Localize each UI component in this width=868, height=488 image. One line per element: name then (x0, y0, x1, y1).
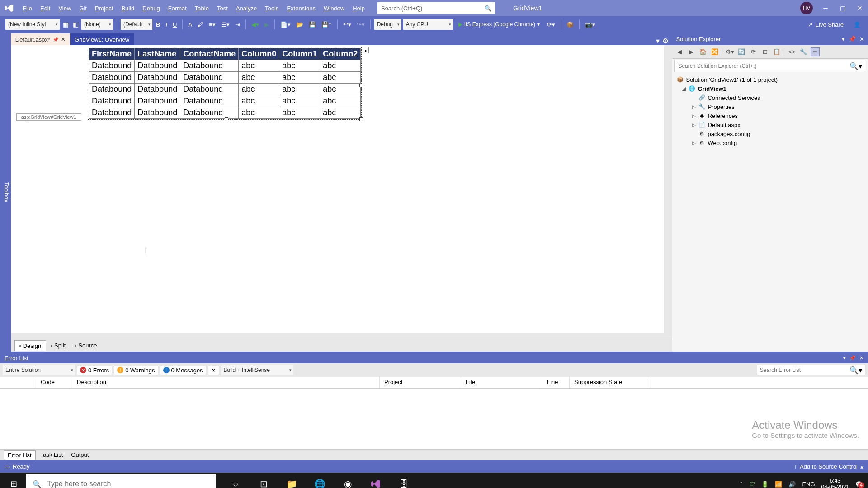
designer-surface[interactable]: asp:GridView#GridView1 FirstNameLastName… (11, 45, 673, 339)
minimize-button[interactable]: ─ (821, 4, 830, 13)
error-column-header[interactable]: Project (380, 377, 461, 388)
panel-pin-icon[interactable]: 📌 (849, 355, 856, 361)
refresh-button[interactable]: ⟳▾ (545, 20, 557, 29)
maximize-button[interactable]: ▢ (838, 4, 847, 13)
error-column-header[interactable] (0, 377, 36, 388)
grid-header[interactable]: Column0 (239, 48, 279, 60)
menu-file[interactable]: File (19, 3, 36, 14)
nav-fwd-button[interactable]: ▶ (263, 20, 271, 29)
build-combo[interactable]: Build + IntelliSense (221, 365, 293, 375)
menu-extensions[interactable]: Extensions (283, 3, 319, 14)
panel-tab-output[interactable]: Output (67, 450, 92, 459)
expand-arrow-icon[interactable]: ▷ (692, 104, 698, 109)
solution-tree[interactable]: 📦 Solution 'GridView1' (1 of 1 project) … (672, 73, 868, 352)
run-button[interactable]: ▶ IIS Express (Google Chrome) ▾ (455, 20, 543, 28)
save-all-button[interactable]: 💾⁺ (320, 20, 334, 29)
edge-icon[interactable]: 🌐 (306, 473, 334, 488)
grid-header[interactable]: Column1 (279, 48, 320, 60)
chevron-up-icon[interactable]: ▴ (860, 463, 863, 470)
start-button[interactable]: ⊞ (1, 473, 26, 488)
redo-button[interactable]: ↷▾ (355, 20, 367, 29)
toolbox-tab[interactable]: Toolbox (0, 33, 11, 352)
undo-button[interactable]: ↶▾ (341, 20, 353, 29)
solution-node[interactable]: 📦 Solution 'GridView1' (1 of 1 project) (672, 75, 868, 84)
close-icon[interactable]: ✕ (61, 36, 66, 42)
collapse-arrow-icon[interactable]: ◢ (682, 86, 688, 91)
open-button[interactable]: 📂 (294, 20, 305, 29)
sql-icon[interactable]: 🗄 (390, 473, 418, 488)
grid-header[interactable]: FirstName (89, 48, 135, 60)
panel-dropdown-icon[interactable]: ▾ (842, 36, 845, 42)
wifi-icon[interactable]: 📶 (775, 481, 782, 488)
file-explorer-icon[interactable]: 📁 (278, 473, 306, 488)
menu-help[interactable]: Help (349, 3, 368, 14)
style-icon-1[interactable]: ▦ (61, 20, 70, 28)
expand-arrow-icon[interactable]: ▷ (692, 113, 698, 118)
tree-item[interactable]: ▷◆References (672, 111, 868, 120)
switch-view-icon[interactable]: 🔀 (710, 47, 719, 56)
v-scrollbar[interactable] (664, 45, 672, 339)
config-combo[interactable]: Debug (374, 19, 401, 30)
expand-arrow-icon[interactable]: ▷ (692, 122, 698, 127)
language-indicator[interactable]: ENG (802, 481, 815, 488)
messages-filter[interactable]: i 0 Messages (160, 366, 206, 375)
new-item-button[interactable]: 📄▾ (278, 20, 292, 29)
doc-tab[interactable]: Default.aspx*📌✕ (11, 33, 70, 45)
obs-icon[interactable]: ◉ (334, 473, 362, 488)
tray-chevron-icon[interactable]: ˄ (740, 481, 743, 488)
filter-icon[interactable]: ⚙▾ (725, 47, 734, 56)
italic-button[interactable]: I (164, 20, 169, 29)
collapse-icon[interactable]: ⊟ (760, 47, 769, 56)
project-node[interactable]: ◢ 🌐 GridView1 (672, 84, 868, 93)
panel-tab-task-list[interactable]: Task List (37, 450, 67, 459)
error-column-header[interactable]: Line (542, 377, 570, 388)
menu-tools[interactable]: Tools (261, 3, 282, 14)
clock[interactable]: 6:43 04-05-2021 (821, 478, 849, 488)
errors-filter[interactable]: ✕ 0 Errors (77, 366, 112, 375)
tree-item[interactable]: ▷⚙Web.config (672, 138, 868, 147)
live-share-button[interactable]: ↗ Live Share (808, 21, 844, 28)
highlight-button[interactable]: 🖍 (196, 20, 205, 29)
preview-icon[interactable]: ━ (811, 47, 820, 56)
menu-analyze[interactable]: Analyze (232, 3, 260, 14)
font-color-button[interactable]: A (186, 20, 194, 29)
error-column-header[interactable]: File (461, 377, 542, 388)
code-icon[interactable]: <> (787, 47, 796, 56)
view-tab-source[interactable]: ▫Source (70, 340, 101, 351)
target-rule-combo[interactable]: (None) (81, 19, 113, 30)
home-icon[interactable]: 🏠 (698, 47, 708, 56)
visual-studio-icon[interactable] (362, 473, 390, 488)
back-icon[interactable]: ◀ (675, 47, 684, 56)
tree-item[interactable]: ▷🔧Properties (672, 102, 868, 111)
tabs-settings-icon[interactable]: ⚙ (662, 37, 669, 45)
cortana-icon[interactable]: ○ (222, 473, 250, 488)
menu-window[interactable]: Window (320, 3, 348, 14)
taskbar-search[interactable]: 🔍 Type here to search (26, 474, 216, 488)
panel-tab-error-list[interactable]: Error List (4, 450, 36, 460)
table-row[interactable]: DataboundDataboundDataboundabcabcabc (89, 60, 361, 72)
nav-back-button[interactable]: ◀▾ (250, 20, 261, 29)
breadcrumb[interactable]: asp:GridView#GridView1 (16, 113, 81, 121)
indent-button[interactable]: ⇥ (233, 20, 242, 29)
menu-git[interactable]: Git (75, 3, 90, 14)
search-box[interactable]: Search (Ctrl+Q) 🔍 (377, 2, 495, 14)
menu-build[interactable]: Build (118, 3, 138, 14)
menu-view[interactable]: View (55, 3, 75, 14)
tabs-dropdown-icon[interactable]: ▾ (656, 37, 660, 45)
error-search[interactable]: 🔍▾ (757, 365, 865, 375)
grid-header[interactable]: LastName (135, 48, 180, 60)
error-search-input[interactable] (760, 367, 849, 373)
security-icon[interactable]: 🛡 (749, 481, 755, 488)
camera-button[interactable]: 📷▾ (583, 20, 597, 29)
clear-filter[interactable]: ✕ (208, 366, 219, 375)
save-button[interactable]: 💾 (307, 20, 318, 29)
error-column-header[interactable]: Code (36, 377, 72, 388)
show-all-icon[interactable]: 📋 (772, 47, 781, 56)
expand-arrow-icon[interactable]: ▷ (692, 141, 698, 145)
grid-header[interactable]: ContactName (180, 48, 239, 60)
list-button[interactable]: ☰▾ (219, 20, 231, 29)
menu-edit[interactable]: Edit (37, 3, 54, 14)
panel-close-icon[interactable]: ✕ (859, 355, 863, 361)
style-icon-2[interactable]: ◧ (71, 20, 80, 28)
menu-debug[interactable]: Debug (139, 3, 163, 14)
